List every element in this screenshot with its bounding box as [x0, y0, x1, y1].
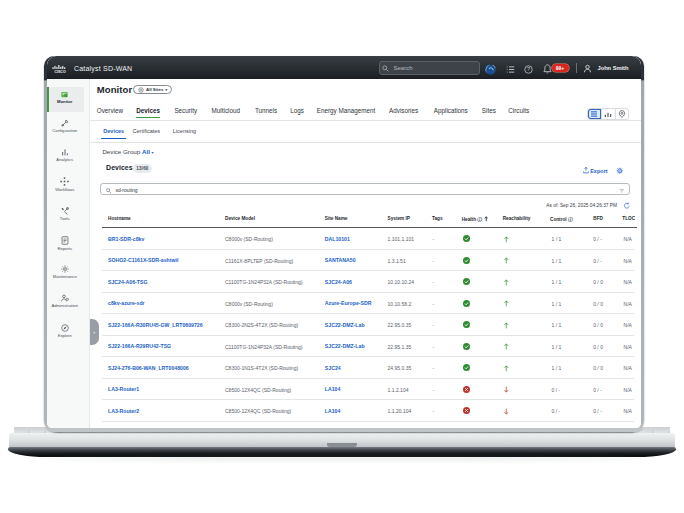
svg-text:CISCO: CISCO [54, 70, 65, 73]
svg-text:?: ? [527, 66, 530, 72]
